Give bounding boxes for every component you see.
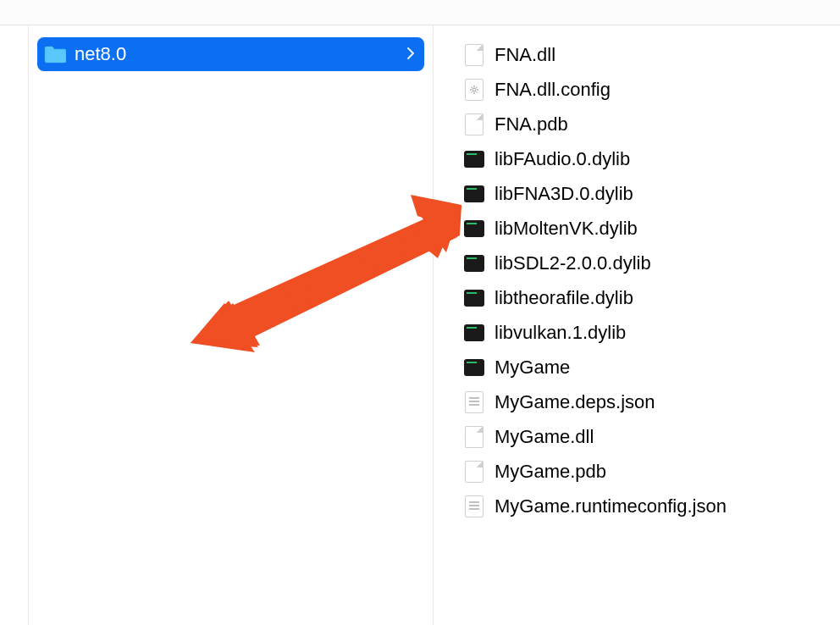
executable-icon (464, 321, 484, 345)
file-label: libFNA3D.0.dylib (495, 183, 633, 205)
file-item[interactable]: libFAudio.0.dylib (459, 141, 832, 176)
file-label: MyGame (495, 357, 570, 379)
document-icon (464, 460, 484, 484)
file-item[interactable]: libvulkan.1.dylib (459, 315, 832, 350)
toolbar (0, 0, 840, 25)
file-item[interactable]: libMoltenVK.dylib (459, 211, 832, 246)
svg-line-5 (472, 86, 473, 88)
file-item[interactable]: MyGame.pdb (459, 454, 832, 489)
executable-icon (464, 217, 484, 241)
folder-item-net8[interactable]: net8.0 (37, 37, 424, 71)
file-item[interactable]: libtheorafile.dylib (459, 280, 832, 315)
file-label: libFAudio.0.dylib (495, 148, 630, 170)
file-label: libMoltenVK.dylib (495, 218, 638, 240)
file-item[interactable]: FNA.dll (459, 37, 832, 72)
file-label: MyGame.runtimeconfig.json (495, 495, 727, 517)
file-label: MyGame.deps.json (495, 391, 655, 413)
executable-icon (464, 147, 484, 171)
document-icon (464, 425, 484, 449)
file-item[interactable]: libSDL2-2.0.0.dylib (459, 246, 832, 280)
svg-line-8 (472, 91, 473, 93)
file-item[interactable]: FNA.dll.config (459, 72, 832, 107)
document-icon (464, 113, 484, 136)
file-label: FNA.dll (495, 44, 555, 66)
file-item[interactable]: libFNA3D.0.dylib (459, 176, 832, 211)
folder-column: net8.0 (29, 25, 434, 625)
file-list-column: FNA.dllFNA.dll.configFNA.pdblibFAudio.0.… (434, 25, 840, 625)
previous-column-sliver (0, 25, 29, 625)
chevron-right-icon (407, 47, 416, 61)
file-item[interactable]: MyGame.dll (459, 419, 832, 454)
config-icon (464, 78, 484, 102)
executable-icon (464, 286, 484, 310)
finder-columns: net8.0 FNA.dllFNA.dll.configFNA.pdblibFA… (0, 25, 840, 625)
file-label: libtheorafile.dylib (495, 287, 633, 309)
file-label: MyGame.pdb (495, 461, 606, 483)
file-item[interactable]: MyGame (459, 350, 832, 384)
file-item[interactable]: MyGame.runtimeconfig.json (459, 489, 832, 523)
json-icon (464, 495, 484, 518)
executable-icon (464, 182, 484, 206)
file-label: libvulkan.1.dylib (495, 322, 626, 344)
file-label: libSDL2-2.0.0.dylib (495, 252, 651, 274)
svg-point-0 (472, 88, 476, 91)
file-item[interactable]: FNA.pdb (459, 107, 832, 141)
json-icon (464, 390, 484, 414)
document-icon (464, 43, 484, 67)
file-label: MyGame.dll (495, 426, 594, 448)
folder-label: net8.0 (75, 43, 407, 65)
folder-icon (44, 45, 66, 64)
file-label: FNA.dll.config (495, 79, 611, 101)
svg-line-7 (476, 86, 478, 88)
file-label: FNA.pdb (495, 113, 568, 136)
svg-line-6 (476, 91, 478, 93)
file-item[interactable]: MyGame.deps.json (459, 384, 832, 419)
executable-icon (464, 252, 484, 275)
executable-icon (464, 356, 484, 379)
